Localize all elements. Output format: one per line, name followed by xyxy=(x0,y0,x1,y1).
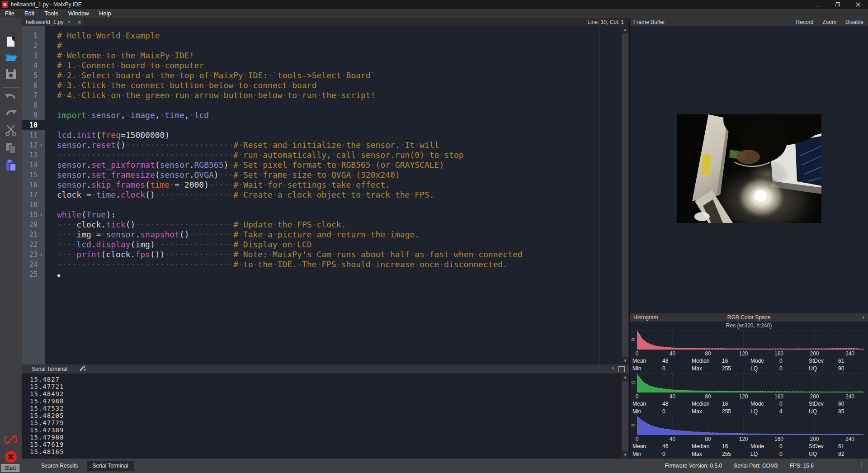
axis-tick: 240 xyxy=(841,393,859,400)
line-number-cell: 2 xyxy=(22,41,45,51)
stat-value: 60 xyxy=(838,401,844,407)
stat-value: 0 xyxy=(662,451,665,457)
redo-icon[interactable] xyxy=(5,107,17,120)
code-line: 22····lcd.display(img)················#·… xyxy=(22,240,629,250)
status-info: Serial Port: COM3 xyxy=(734,463,778,469)
copy-icon[interactable] xyxy=(5,142,17,154)
terminal-scrollbar[interactable]: ▲ ▼ xyxy=(621,374,629,459)
collapse-terminal-icon[interactable]: ^ xyxy=(612,366,614,372)
fold-spacer xyxy=(38,61,45,71)
histogram-stats-row: Mean48Median16Mode0StDev61 xyxy=(630,358,868,365)
paste-icon[interactable] xyxy=(5,159,17,171)
code-line: 24····································#·… xyxy=(22,260,629,270)
histogram-axis: 04080120160200240 xyxy=(630,350,868,357)
line-number: 5 xyxy=(22,71,38,80)
scrollbar-thumb[interactable] xyxy=(622,381,628,451)
code-text: #·Welcome·to·the·MaixPy·IDE! xyxy=(45,51,194,61)
scroll-up-icon[interactable]: ▲ xyxy=(621,374,629,380)
stat-value: 255 xyxy=(722,451,731,457)
stat-value: 255 xyxy=(722,365,731,372)
terminal-line: 15.48492 xyxy=(22,390,629,397)
frame-buffer-button-zoom[interactable]: Zoom xyxy=(822,19,836,25)
tab-close-icon[interactable]: ✕ xyxy=(77,19,81,25)
menu-item-file[interactable]: File xyxy=(0,9,19,18)
scrollbar-thumb[interactable] xyxy=(622,33,628,357)
axis-tick: 240 xyxy=(841,436,859,442)
line-number-cell: 23∨ xyxy=(22,250,45,260)
colorspace-dropdown[interactable]: RGB Color Space xyxy=(630,314,868,321)
line-number-cell: 24 xyxy=(22,260,45,270)
terminal-line: 15.47779 xyxy=(22,419,629,426)
fold-spacer xyxy=(38,80,45,90)
undo-icon[interactable] xyxy=(5,91,17,104)
terminal-line: 15.48205 xyxy=(22,412,629,419)
stat-value: 0 xyxy=(779,443,783,449)
scroll-down-icon[interactable]: ▼ xyxy=(621,452,629,458)
line-number: 14 xyxy=(22,160,38,170)
fold-marker-icon[interactable]: ∨ xyxy=(38,210,45,220)
line-number: 7 xyxy=(22,90,38,100)
bottom-tab-search-results[interactable]: Search Results xyxy=(36,461,83,471)
line-number: 19 xyxy=(22,210,38,220)
menu-item-edit[interactable]: Edit xyxy=(19,9,39,18)
detach-panel-icon[interactable] xyxy=(618,366,625,372)
fold-spacer xyxy=(38,51,45,61)
maixpy-ide-window: S helloworld_1.py - MaixPy IDE FileEditT… xyxy=(0,0,868,473)
code-line: 8 xyxy=(22,100,629,110)
menu-item-help[interactable]: Help xyxy=(94,9,116,18)
line-number-cell: 12∨ xyxy=(22,140,45,150)
fold-marker-icon[interactable]: ∨ xyxy=(38,140,45,150)
fold-spacer xyxy=(38,200,45,210)
frame-buffer-button-disable[interactable]: Disable xyxy=(845,19,863,25)
line-number: 22 xyxy=(22,240,38,250)
editor-tab[interactable]: helloworld_1.py ▾ ✕ xyxy=(22,18,85,26)
stat-label: LQ xyxy=(750,365,758,372)
bottom-tab-serial-terminal[interactable]: Serial Terminal xyxy=(87,461,133,471)
line-number-cell: 11 xyxy=(22,130,45,140)
save-icon[interactable] xyxy=(5,67,17,80)
tab-dropdown-icon[interactable]: ▾ xyxy=(68,20,70,24)
code-line: 10 xyxy=(22,120,629,130)
status-bar: Search ResultsSerial Terminal Firmware V… xyxy=(0,459,868,473)
minimize-button[interactable] xyxy=(807,0,827,9)
stat-label: Mode xyxy=(750,401,764,407)
stat-label: Max xyxy=(692,451,702,457)
code-text: ◆ xyxy=(45,270,61,279)
stat-label: Min xyxy=(632,365,641,372)
code-editor[interactable]: 1#·Hello·World·Example2#3#·Welcome·to·th… xyxy=(22,26,629,364)
new-file-icon[interactable] xyxy=(5,35,17,48)
colorspace-caret-icon[interactable]: ▾ xyxy=(862,315,868,320)
menu-item-window[interactable]: Window xyxy=(63,9,94,18)
scroll-up-icon[interactable]: ▲ xyxy=(621,27,629,33)
stat-value: 0 xyxy=(779,358,783,364)
close-button[interactable] xyxy=(848,0,868,9)
fold-spacer xyxy=(38,180,45,190)
cut-icon[interactable] xyxy=(5,123,17,136)
stat-value: 48 xyxy=(662,401,668,407)
axis-tick: 40 xyxy=(664,350,682,357)
line-number: 25 xyxy=(22,270,38,279)
frame-buffer-button-record[interactable]: Record xyxy=(796,19,814,25)
code-text: sensor.set_pixformat(sensor.RGB565)·#·Se… xyxy=(45,160,444,170)
code-line: 2# xyxy=(22,41,629,51)
axis-tick: 200 xyxy=(806,350,824,357)
open-folder-icon[interactable] xyxy=(5,51,17,63)
line-number-cell: 17 xyxy=(22,190,45,200)
clear-terminal-icon[interactable] xyxy=(79,365,87,373)
editor-scrollbar[interactable]: ▲ ▼ xyxy=(621,26,629,364)
scroll-down-icon[interactable]: ▼ xyxy=(621,358,629,364)
axis-tick: 80 xyxy=(699,393,717,400)
code-text: clock·=·time.clock()················#·Cr… xyxy=(45,190,434,200)
frame-buffer-view xyxy=(630,26,868,313)
restore-button[interactable] xyxy=(827,0,848,9)
serial-terminal-output[interactable]: 15.482715.4772115.4849215.4798815.475321… xyxy=(22,374,629,459)
stat-value: 0 xyxy=(779,451,783,457)
window-title: helloworld_1.py - MaixPy IDE xyxy=(11,1,82,8)
fold-marker-icon[interactable]: ∨ xyxy=(38,250,45,260)
code-text: ····print(clock.fps())··············#·No… xyxy=(45,250,523,260)
line-number-cell: 3 xyxy=(22,51,45,61)
disconnect-icon[interactable] xyxy=(5,433,17,446)
stop-button[interactable] xyxy=(5,450,17,463)
stat-value: 16 xyxy=(722,358,728,364)
menu-item-tools[interactable]: Tools xyxy=(39,9,63,18)
